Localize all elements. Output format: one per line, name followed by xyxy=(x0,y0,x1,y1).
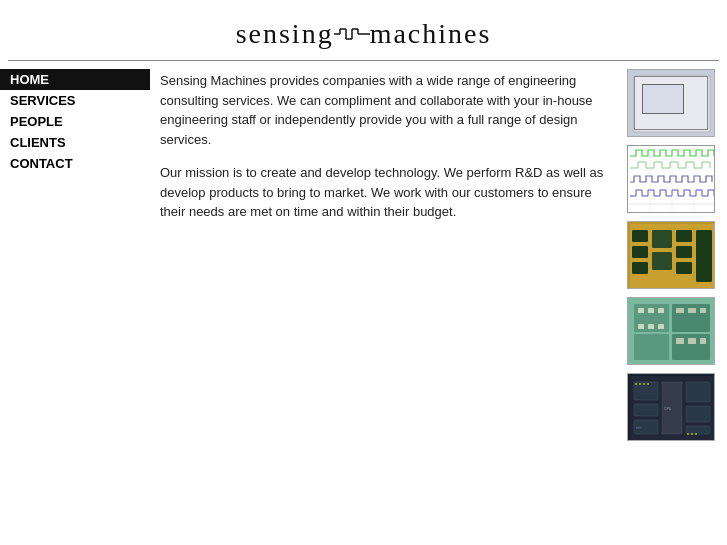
svg-rect-56 xyxy=(700,308,706,313)
title-icon xyxy=(334,25,370,43)
svg-rect-63 xyxy=(634,404,658,416)
svg-rect-32 xyxy=(676,230,692,242)
svg-rect-49 xyxy=(648,308,654,313)
title-left: sensing xyxy=(236,18,334,50)
content-paragraph-1: Sensing Machines provides companies with… xyxy=(160,71,607,149)
svg-point-73 xyxy=(643,383,645,385)
svg-rect-35 xyxy=(696,230,712,282)
svg-text:CPU: CPU xyxy=(664,406,672,411)
svg-rect-27 xyxy=(632,230,648,242)
svg-rect-29 xyxy=(632,262,648,274)
svg-rect-52 xyxy=(648,324,654,329)
site-header: sensing machines xyxy=(0,0,727,60)
svg-rect-67 xyxy=(686,406,710,422)
svg-rect-54 xyxy=(676,308,684,313)
svg-rect-55 xyxy=(688,308,696,313)
svg-rect-10 xyxy=(634,76,710,132)
main-layout: HOME SERVICES PEOPLE CLIENTS CONTACT Sen… xyxy=(0,61,727,449)
svg-rect-59 xyxy=(700,338,706,344)
sidebar-item-services[interactable]: SERVICES xyxy=(0,90,150,111)
svg-rect-33 xyxy=(676,246,692,258)
svg-rect-31 xyxy=(652,252,672,270)
svg-rect-51 xyxy=(638,324,644,329)
svg-rect-66 xyxy=(686,382,710,402)
svg-point-71 xyxy=(635,383,637,385)
sidebar-item-home[interactable]: HOME xyxy=(0,69,150,90)
title-right: machines xyxy=(370,18,492,50)
sidebar-item-contact[interactable]: CONTACT xyxy=(0,153,150,174)
svg-rect-50 xyxy=(658,308,664,313)
svg-rect-68 xyxy=(686,426,710,434)
thumbnail-chip[interactable] xyxy=(627,297,715,365)
sidebar-item-people[interactable]: PEOPLE xyxy=(0,111,150,132)
content-paragraph-2: Our mission is to create and develop tec… xyxy=(160,163,607,222)
svg-rect-48 xyxy=(638,308,644,313)
sidebar-nav: HOME SERVICES PEOPLE CLIENTS CONTACT xyxy=(0,61,150,449)
svg-point-75 xyxy=(687,433,689,435)
svg-rect-45 xyxy=(634,334,669,360)
thumbnail-circuit-board[interactable] xyxy=(627,221,715,289)
image-column: CPU MEM xyxy=(627,61,727,449)
svg-text:MEM: MEM xyxy=(636,426,642,430)
svg-rect-57 xyxy=(676,338,684,344)
svg-rect-34 xyxy=(676,262,692,274)
thumbnail-electronics[interactable]: CPU MEM xyxy=(627,373,715,441)
svg-rect-28 xyxy=(632,246,648,258)
svg-point-74 xyxy=(647,383,649,385)
main-content: Sensing Machines provides companies with… xyxy=(150,61,627,449)
svg-rect-30 xyxy=(652,230,672,248)
svg-point-77 xyxy=(695,433,697,435)
site-title: sensing machines xyxy=(0,18,727,50)
svg-rect-53 xyxy=(658,324,664,329)
svg-rect-9 xyxy=(628,70,715,137)
svg-rect-62 xyxy=(634,382,658,400)
sidebar-item-clients[interactable]: CLIENTS xyxy=(0,132,150,153)
svg-rect-47 xyxy=(672,334,710,360)
svg-rect-58 xyxy=(688,338,696,344)
svg-point-76 xyxy=(691,433,693,435)
svg-rect-11 xyxy=(642,84,680,110)
svg-point-72 xyxy=(639,383,641,385)
thumbnail-waveform[interactable] xyxy=(627,145,715,213)
thumbnail-schematic[interactable] xyxy=(627,69,715,137)
